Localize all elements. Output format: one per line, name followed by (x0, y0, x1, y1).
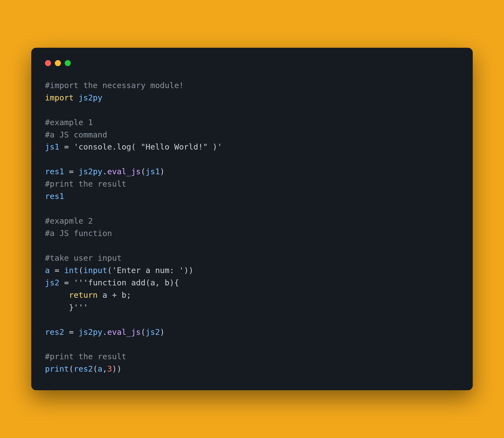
code-comma: , (103, 364, 107, 374)
code-space (74, 93, 78, 102)
code-paren: ( (141, 327, 145, 337)
code-var: res1 (45, 192, 64, 201)
code-string: }''' (45, 303, 88, 312)
code-var: js1 (45, 142, 59, 151)
code-space (64, 167, 69, 176)
code-comment: #print the result (45, 179, 126, 189)
code-comment: #a JS function (45, 229, 112, 238)
code-comment: #example 1 (45, 118, 93, 127)
code-comment: #take user input (45, 253, 121, 263)
code-builtin: input (83, 266, 107, 275)
code-var: res2 (74, 364, 93, 374)
code-string: 'console.log( "Hello World!" )' (74, 142, 222, 151)
code-op: = (69, 167, 73, 176)
code-indent (45, 290, 69, 300)
code-space (69, 278, 73, 287)
code-comment: #a JS command (45, 130, 107, 139)
code-var: res1 (45, 167, 64, 176)
code-space (74, 167, 78, 176)
code-paren: ) (112, 364, 117, 374)
code-space (59, 142, 64, 151)
code-block: #import the necessary module! import js2… (45, 79, 459, 375)
code-var: a (45, 266, 50, 275)
code-paren: ) (160, 167, 165, 176)
close-icon[interactable] (45, 60, 51, 66)
code-op: = (69, 327, 73, 337)
code-var: res2 (45, 327, 64, 337)
code-builtin: int (64, 266, 78, 275)
code-string: a + b; (98, 290, 131, 300)
code-op: = (55, 266, 59, 275)
code-paren: ( (141, 167, 145, 176)
maximize-icon[interactable] (65, 60, 71, 66)
code-var: js2 (45, 278, 59, 287)
code-space (50, 266, 54, 275)
code-paren: ) (160, 327, 165, 337)
code-method: eval_js (107, 167, 141, 176)
code-dot: . (103, 327, 107, 337)
code-method: eval_js (107, 327, 141, 337)
code-paren: ( (78, 266, 83, 275)
code-op: = (64, 278, 69, 287)
code-comment: #exapmle 2 (45, 216, 93, 226)
code-module: js2py (78, 327, 102, 337)
code-builtin: print (45, 364, 69, 374)
code-paren: ) (189, 266, 193, 275)
code-paren: ( (93, 364, 98, 374)
code-number: 3 (107, 364, 112, 374)
code-module: js2py (78, 93, 102, 102)
code-paren: ( (69, 364, 73, 374)
code-window: #import the necessary module! import js2… (31, 48, 473, 391)
code-arg: a (98, 364, 102, 374)
code-dot: . (103, 167, 107, 176)
code-comment: #import the necessary module! (45, 81, 184, 90)
code-paren: ( (107, 266, 112, 275)
code-module: js2py (78, 167, 102, 176)
code-keyword: import (45, 93, 74, 102)
code-space (59, 266, 64, 275)
code-paren: ) (117, 364, 121, 374)
minimize-icon[interactable] (55, 60, 61, 66)
code-op: = (64, 142, 69, 151)
code-paren: ) (184, 266, 188, 275)
code-arg: js1 (146, 167, 160, 176)
code-string: 'Enter a num: ' (112, 266, 184, 275)
code-string: '''function add(a, b){ (74, 278, 179, 287)
code-comment: #print the result (45, 352, 126, 361)
code-arg: js2 (146, 327, 160, 337)
code-space (64, 327, 69, 337)
code-keyword: return (69, 290, 98, 300)
traffic-lights (45, 60, 459, 66)
code-space (59, 278, 64, 287)
code-space (74, 327, 78, 337)
code-space (69, 142, 73, 151)
